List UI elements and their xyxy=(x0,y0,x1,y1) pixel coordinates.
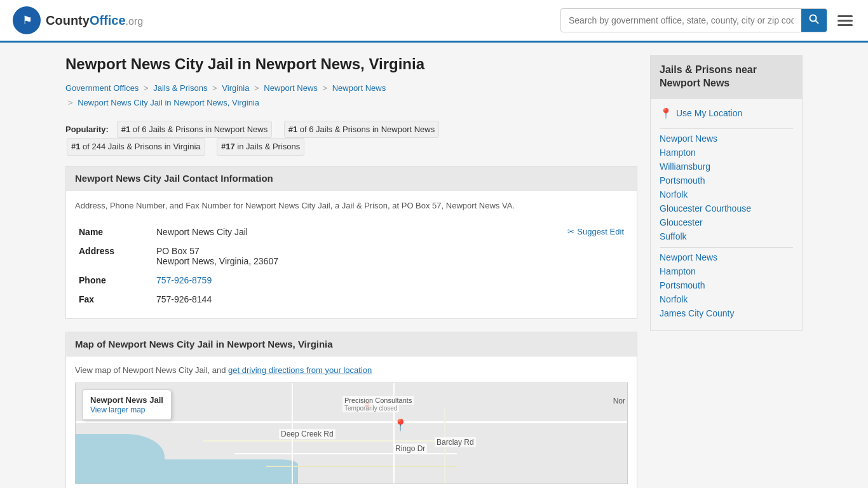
map-label-closed: Temporarily closed xyxy=(342,404,399,412)
table-row-fax: Fax 757-926-8144 xyxy=(76,290,627,308)
sidebar-link-norfolk-1[interactable]: Norfolk xyxy=(660,187,793,201)
phone-label: Phone xyxy=(76,271,153,289)
site-header: ⚑ CountyOffice.org xyxy=(0,0,868,43)
suggest-edit-link[interactable]: ✂ Suggest Edit xyxy=(567,227,624,236)
map-popup-link[interactable]: View larger map xyxy=(90,405,145,414)
badge-1: #1 of 6 Jails & Prisons in Newport News xyxy=(117,121,273,138)
breadcrumb: Government Offices > Jails & Prisons > V… xyxy=(65,81,637,111)
breadcrumb-link-virginia[interactable]: Virginia xyxy=(222,83,249,93)
svg-line-3 xyxy=(816,21,819,24)
search-bar xyxy=(560,8,827,32)
map-popup: Newport News Jail View larger map xyxy=(82,390,172,420)
logo-icon: ⚑ xyxy=(13,6,41,34)
logo-org: Office xyxy=(90,13,126,27)
map-description: View map of Newport News City Jail, and … xyxy=(75,365,628,375)
road-h2 xyxy=(203,440,457,442)
address-value: PO Box 57 Newport News, Virginia, 23607 xyxy=(154,242,627,270)
menu-button[interactable] xyxy=(835,13,855,29)
badge-3: #1 of 244 Jails & Prisons in Virginia xyxy=(67,138,205,155)
sidebar-link-newport-news-2[interactable]: Newport News xyxy=(660,250,793,264)
sidebar-group-2: Newport News Hampton Portsmouth Norfolk … xyxy=(660,250,793,320)
fax-value: 757-926-8144 xyxy=(154,290,627,308)
popularity-label: Popularity: xyxy=(65,125,109,134)
sidebar-link-hampton-2[interactable]: Hampton xyxy=(660,264,793,278)
table-row-phone: Phone 757-926-8759 xyxy=(76,271,627,289)
sidebar-link-gloucester[interactable]: Gloucester xyxy=(660,215,793,229)
main-container: Newport News City Jail in Newport News, … xyxy=(53,43,815,488)
map-pin-main: 📍 xyxy=(393,418,407,432)
name-value: Newport News City Jail ✂ Suggest Edit xyxy=(154,223,627,241)
sidebar-link-suffolk[interactable]: Suffolk xyxy=(660,229,793,243)
sidebar-box: Jails & Prisons near Newport News 📍 Use … xyxy=(650,55,803,331)
sidebar-link-portsmouth-1[interactable]: Portsmouth xyxy=(660,173,793,187)
table-row-address: Address PO Box 57 Newport News, Virginia… xyxy=(76,242,627,270)
location-pin-icon: 📍 xyxy=(660,107,672,119)
contact-description: Address, Phone Number, and Fax Number fo… xyxy=(75,200,628,212)
popularity-row: Popularity: #1 of 6 Jails & Prisons in N… xyxy=(65,121,637,156)
search-button[interactable] xyxy=(801,9,827,32)
logo-text: CountyOffice.org xyxy=(46,13,143,28)
contact-info-body: Address, Phone Number, and Fax Number fo… xyxy=(66,191,637,319)
water-area-2 xyxy=(107,459,298,484)
suggest-edit-icon: ✂ xyxy=(567,227,574,236)
breadcrumb-sep: > xyxy=(144,83,149,93)
sidebar-title: Jails & Prisons near Newport News xyxy=(651,56,802,98)
map-label-ringo: Ringo Dr xyxy=(393,444,427,454)
breadcrumb-link-newport1[interactable]: Newport News xyxy=(264,83,318,93)
sidebar-body: 📍 Use My Location Newport News Hampton W… xyxy=(651,98,802,330)
breadcrumb-link-gov[interactable]: Government Offices xyxy=(65,83,139,93)
map-popup-title: Newport News Jail xyxy=(90,395,163,405)
fax-label: Fax xyxy=(76,290,153,308)
map-label-barclay: Barclay Rd xyxy=(435,437,476,447)
map-label-deepcreek: Deep Creek Rd xyxy=(279,429,336,439)
map-label-nor: Nor xyxy=(611,396,627,406)
sidebar-group-1: Newport News Hampton Williamsburg Portsm… xyxy=(660,132,793,243)
content-area: Newport News City Jail in Newport News, … xyxy=(65,55,637,488)
header-right xyxy=(560,8,855,32)
contact-info-card: Newport News City Jail Contact Informati… xyxy=(65,166,637,320)
use-my-location-button[interactable]: 📍 Use My Location xyxy=(660,105,742,122)
phone-value: 757-926-8759 xyxy=(154,271,627,289)
sidebar: Jails & Prisons near Newport News 📍 Use … xyxy=(650,55,803,488)
breadcrumb-link-newport2[interactable]: Newport News xyxy=(332,83,386,93)
page-title: Newport News City Jail in Newport News, … xyxy=(65,55,637,73)
badge-2: #1 of 6 Jails & Prisons in Newport News xyxy=(284,121,440,138)
directions-link[interactable]: get driving directions from your locatio… xyxy=(228,365,372,375)
svg-text:⚑: ⚑ xyxy=(22,14,32,27)
address-label: Address xyxy=(76,242,153,270)
sidebar-link-gloucester-courthouse[interactable]: Gloucester Courthouse xyxy=(660,201,793,215)
map-container[interactable]: Deep Creek Rd Ringo Dr Barclay Rd 📍 📍 Pr… xyxy=(75,383,628,484)
badge-4: #17 in Jails & Prisons xyxy=(217,138,304,155)
phone-link[interactable]: 757-926-8759 xyxy=(156,275,212,285)
sidebar-link-williamsburg[interactable]: Williamsburg xyxy=(660,159,793,173)
logo-area: ⚑ CountyOffice.org xyxy=(13,6,143,34)
sidebar-link-norfolk-2[interactable]: Norfolk xyxy=(660,292,793,306)
breadcrumb-link-current[interactable]: Newport News City Jail in Newport News, … xyxy=(78,98,259,107)
map-card-body: View map of Newport News City Jail, and … xyxy=(66,356,637,488)
name-label: Name xyxy=(76,223,153,241)
contact-section-header: Newport News City Jail Contact Informati… xyxy=(66,166,637,191)
map-label-precision: Precision Consultants xyxy=(342,396,414,405)
map-card: Map of Newport News City Jail in Newport… xyxy=(65,332,637,488)
sidebar-link-newport-news-1[interactable]: Newport News xyxy=(660,132,793,146)
logo-org-suffix: .org xyxy=(126,16,144,27)
sidebar-link-portsmouth-2[interactable]: Portsmouth xyxy=(660,278,793,292)
search-input[interactable] xyxy=(561,10,801,30)
sidebar-link-james-city-county[interactable]: James City County xyxy=(660,306,793,320)
svg-point-2 xyxy=(810,15,817,22)
sidebar-link-hampton-1[interactable]: Hampton xyxy=(660,146,793,159)
breadcrumb-link-jails[interactable]: Jails & Prisons xyxy=(153,83,207,93)
contact-table: Name Newport News City Jail ✂ Suggest Ed… xyxy=(75,222,628,309)
map-section-header: Map of Newport News City Jail in Newport… xyxy=(66,332,637,356)
sidebar-divider-2 xyxy=(660,247,793,248)
table-row-name: Name Newport News City Jail ✂ Suggest Ed… xyxy=(76,223,627,241)
road-h1 xyxy=(76,421,627,423)
sidebar-divider-1 xyxy=(660,128,793,129)
road-h4 xyxy=(266,466,457,467)
